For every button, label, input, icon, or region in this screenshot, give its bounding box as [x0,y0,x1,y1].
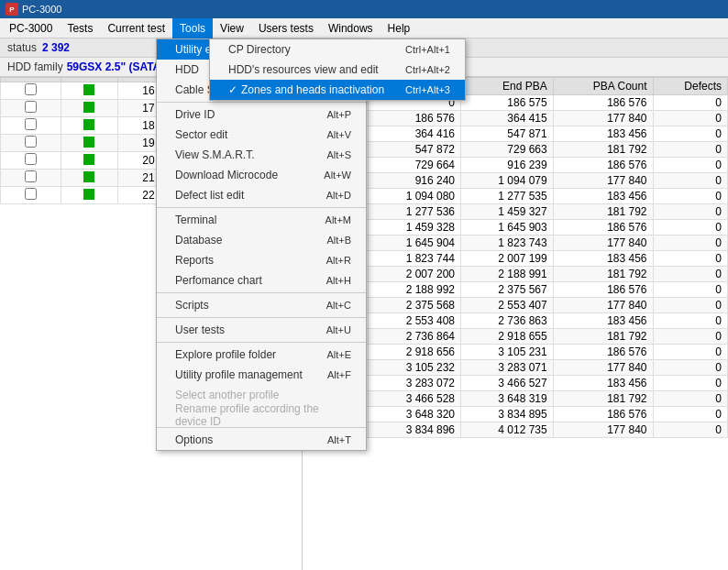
row-checkbox[interactable] [25,188,37,200]
dd-reports[interactable]: Reports Alt+R [157,250,366,270]
status-value: 2 392 [42,41,70,54]
title-bar-text: PC-3000 [22,4,61,15]
dd-utility-profile-mgmt[interactable]: Utility profile management Alt+F [157,365,366,385]
dd-sep4 [157,317,366,318]
dd-explore-profile[interactable]: Explore profile folder Alt+E [157,345,366,365]
dd-drive-id[interactable]: Drive ID Alt+P [157,104,366,125]
row-checkbox[interactable] [25,136,37,148]
checkmark-icon: ✓ [228,83,237,96]
dd-sep1 [157,102,366,103]
dd-options[interactable]: Options Alt+T [157,430,366,450]
menu-view[interactable]: View [213,18,251,38]
status-indicator [83,189,94,200]
menu-current-test[interactable]: Current test [100,18,172,38]
col-pba-count: PBA Count [553,78,653,95]
dd-database[interactable]: Database Alt+B [157,230,366,250]
dd-perf-chart[interactable]: Perfomance chart Alt+H [157,270,366,290]
col-defects: Defects [653,78,727,95]
menu-bar: PC-3000 Tests Current test Tools View Us… [0,18,728,38]
status-indicator [83,102,94,113]
menu-help[interactable]: Help [381,18,418,38]
dd-terminal[interactable]: Terminal Alt+M [157,210,366,230]
status-indicator [83,171,94,182]
menu-tests[interactable]: Tests [60,18,100,38]
dd-scripts[interactable]: Scripts Alt+C [157,295,366,315]
submenu-hdd-resources[interactable]: HDD's resources view and edit Ctrl+Alt+2 [210,60,465,80]
dd-microcode[interactable]: Download Microcode Alt+W [157,165,366,185]
row-checkbox[interactable] [25,153,37,165]
app-icon: P [6,3,18,16]
menu-users-tests[interactable]: Users tests [251,18,321,38]
row-checkbox[interactable] [25,170,37,182]
utility-submenu[interactable]: CP Directory Ctrl+Alt+1 HDD's resources … [209,38,466,101]
row-checkbox[interactable] [25,118,37,130]
title-bar: P PC-3000 [0,0,728,18]
row-checkbox[interactable] [25,101,37,113]
dd-defect-list[interactable]: Defect list edit Alt+D [157,185,366,205]
row-checkbox[interactable] [25,83,37,95]
submenu-cp-directory[interactable]: CP Directory Ctrl+Alt+1 [210,39,465,60]
menu-tools[interactable]: Tools [172,18,213,38]
hdd-family-label: HDD family [7,60,63,73]
status-indicator [83,119,94,130]
dd-sep5 [157,342,366,343]
dd-smart[interactable]: View S.M.A.R.T. Alt+S [157,145,366,165]
status-indicator [83,137,94,148]
dd-rename-profile: Rename profile according the device ID [157,405,366,425]
menu-pc3000[interactable]: PC-3000 [2,18,60,38]
status-indicator [83,154,94,165]
dd-sep3 [157,292,366,293]
submenu-zones-heads[interactable]: ✓ Zones and heads inactivation Ctrl+Alt+… [210,80,465,100]
status-label: status [7,41,37,54]
status-indicator [83,84,94,95]
col-end-pba: End PBA [461,78,554,95]
dd-user-tests[interactable]: User tests Alt+U [157,320,366,340]
dd-sector-edit[interactable]: Sector edit Alt+V [157,125,366,145]
menu-windows[interactable]: Windows [321,18,381,38]
dd-sep2 [157,207,366,208]
